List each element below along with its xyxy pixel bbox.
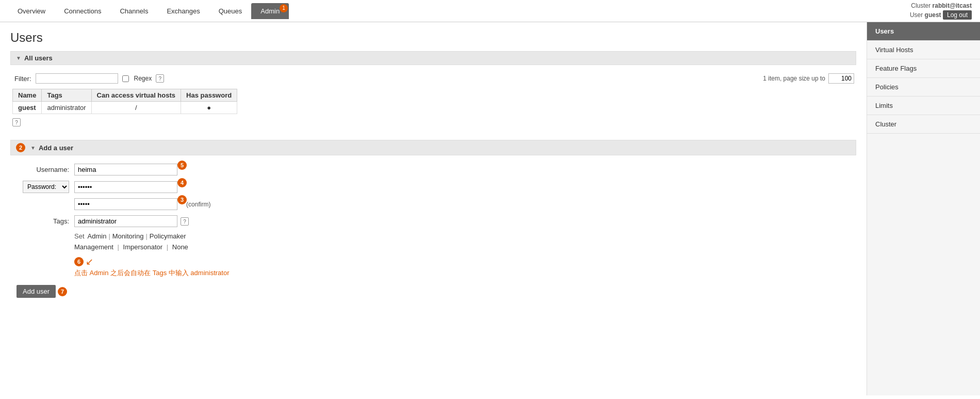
sidebar-item-virtual-hosts[interactable]: Virtual Hosts — [867, 41, 980, 59]
tags-input[interactable] — [74, 215, 177, 227]
cluster-name: rabbit@itcast — [933, 2, 972, 9]
password-type-select[interactable]: Password: — [23, 181, 69, 193]
step5-badge: 5 — [177, 161, 187, 170]
sidebar-item-limits[interactable]: Limits — [867, 97, 980, 115]
nav-exchanges[interactable]: Exchanges — [157, 3, 209, 19]
users-table: Name Tags Can access virtual hosts Has p… — [12, 89, 237, 114]
admin-sidebar: Users Virtual Hosts Feature Flags Polici… — [867, 22, 980, 395]
password-row: Password: 4 * — [12, 181, 854, 193]
user-name: guest — [925, 11, 941, 19]
all-users-section-header[interactable]: ▼ All users — [10, 51, 856, 65]
main-layout: Users ▼ All users Filter: Regex ? 1 item… — [0, 22, 980, 395]
filter-label: Filter: — [14, 75, 31, 83]
add-user-form: Username: 5 * Password: — [10, 159, 856, 302]
add-user-button[interactable]: Add user — [17, 285, 56, 298]
sidebar-item-feature-flags[interactable]: Feature Flags — [867, 59, 980, 78]
step2-badge: 2 — [16, 143, 25, 152]
step4-badge: 4 — [177, 178, 187, 187]
add-user-section-header[interactable]: 2 ▼ Add a user — [10, 140, 856, 155]
tags-help-icon[interactable]: ? — [181, 217, 189, 226]
logout-button[interactable]: Log out — [943, 10, 972, 20]
user-vhosts-cell: / — [91, 102, 181, 114]
tag-admin-link[interactable]: Admin — [88, 232, 107, 240]
nav-channels[interactable]: Channels — [110, 3, 157, 19]
collapse-triangle: ▼ — [16, 55, 21, 61]
tag-policymaker-link[interactable]: Policymaker — [150, 232, 186, 240]
col-virtual-hosts: Can access virtual hosts — [91, 89, 181, 102]
step7-badge: 7 — [58, 287, 67, 296]
regex-checkbox[interactable] — [122, 75, 129, 82]
tag-monitoring-link[interactable]: Monitoring — [112, 232, 144, 240]
add-user-triangle: ▼ — [30, 145, 36, 151]
pagination-text: 1 item, page size up to — [763, 75, 825, 82]
regex-help-icon[interactable]: ? — [156, 74, 164, 83]
col-tags: Tags — [42, 89, 91, 102]
password-confirm-row: 3 * (confirm) — [12, 198, 854, 210]
add-user-title: Add a user — [39, 144, 73, 152]
nav-queues[interactable]: Queues — [209, 3, 252, 19]
cluster-info: Cluster rabbit@itcast User guest Log out — [910, 2, 972, 20]
nav-connections[interactable]: Connections — [55, 3, 110, 19]
nav-overview[interactable]: Overview — [8, 3, 55, 19]
table-help-icon[interactable]: ? — [12, 118, 21, 126]
page-size-input[interactable] — [828, 73, 854, 84]
sidebar-item-policies[interactable]: Policies — [867, 78, 980, 97]
table-row[interactable]: guest administrator / ● — [13, 102, 237, 114]
regex-label: Regex — [134, 75, 152, 82]
arrow-icon: ↙ — [86, 256, 93, 267]
set-label: Set — [74, 232, 85, 240]
tag-impersonator-link[interactable]: Impersonator — [123, 243, 163, 251]
tag-management-link[interactable]: Management — [74, 243, 113, 251]
filter-input[interactable] — [36, 73, 118, 84]
set-tags-row2: Management | Impersonator | None — [74, 243, 188, 251]
add-user-section: 2 ▼ Add a user Username: 5 * — [10, 140, 856, 302]
set-tags-row1: Set Admin | Monitoring | Policymaker — [12, 232, 854, 240]
password-confirm-input[interactable] — [74, 198, 177, 210]
cluster-label: Cluster — [911, 2, 930, 9]
annotation-text: 点击 Admin 之后会自动在 Tags 中输入 administrator — [74, 268, 230, 278]
user-label: User — [910, 11, 923, 19]
tags-row: Tags: ? — [12, 215, 854, 227]
password-input[interactable] — [74, 181, 177, 193]
col-name: Name — [13, 89, 42, 102]
sidebar-item-users[interactable]: Users — [867, 22, 980, 41]
username-input[interactable] — [74, 164, 177, 175]
confirm-label: (confirm) — [186, 201, 210, 208]
nav-admin[interactable]: Admin 1 — [251, 3, 289, 19]
all-users-title: All users — [24, 54, 53, 62]
user-password-cell: ● — [181, 102, 237, 114]
content-area: Users ▼ All users Filter: Regex ? 1 item… — [0, 22, 867, 395]
tags-label: Tags: — [12, 217, 74, 225]
step6-badge: 6 — [74, 257, 84, 266]
user-name-cell: guest — [18, 104, 36, 111]
main-nav: Overview Connections Channels Exchanges … — [8, 3, 289, 19]
set-tags-row2-group: Management | Impersonator | None — [12, 243, 854, 251]
col-has-password: Has password — [181, 89, 237, 102]
filter-row: Filter: Regex ? 1 item, page size up to — [12, 73, 854, 84]
add-user-btn-row: Add user 7 — [12, 285, 854, 298]
page-title: Users — [10, 30, 856, 45]
tag-none-link[interactable]: None — [172, 243, 188, 251]
annotation-row: 6 ↙ 点击 Admin 之后会自动在 Tags 中输入 administrat… — [12, 256, 854, 278]
username-row: Username: 5 * — [12, 164, 854, 175]
top-bar: Overview Connections Channels Exchanges … — [0, 0, 980, 22]
all-users-content: Filter: Regex ? 1 item, page size up to … — [10, 69, 856, 131]
sidebar-item-cluster[interactable]: Cluster — [867, 115, 980, 134]
user-tags-cell: administrator — [42, 102, 91, 114]
username-label: Username: — [12, 166, 74, 173]
admin-badge: 1 — [280, 4, 288, 12]
pagination-info: 1 item, page size up to — [763, 73, 854, 84]
step3-badge: 3 — [177, 195, 187, 204]
